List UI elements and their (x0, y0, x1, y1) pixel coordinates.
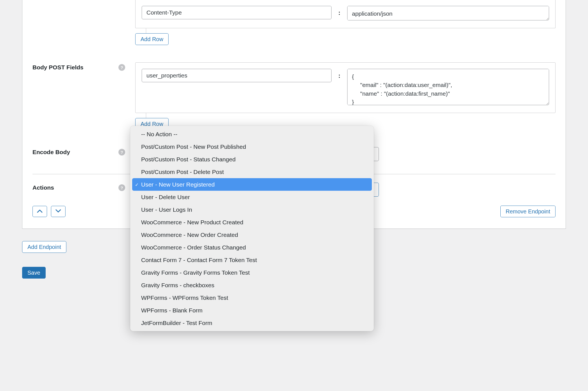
headers-row: : application/json Add Row (32, 0, 556, 50)
actions-option-label: WooCommerce - Order Status Changed (141, 244, 246, 251)
kv-separator: : (332, 69, 347, 79)
help-icon[interactable]: ? (118, 184, 125, 191)
check-icon: ✓ (135, 182, 139, 187)
body-fields-box: : { "email" : "(action:data:user_email)"… (135, 62, 556, 113)
actions-option-label: Gravity Forms - Gravity Forms Token Test (141, 269, 250, 276)
actions-option-label: WooCommerce - New Product Created (141, 219, 243, 226)
help-icon[interactable]: ? (118, 149, 125, 156)
actions-option[interactable]: WPForms - Blank Form (132, 304, 372, 317)
body-fields-label: Body POST Fields (32, 64, 83, 71)
actions-option-label: WPForms - Blank Form (141, 307, 202, 314)
chevron-up-icon (37, 209, 43, 214)
actions-option[interactable]: Gravity Forms - Gravity Forms Token Test (132, 266, 372, 279)
kv-separator: : (332, 6, 347, 17)
actions-option[interactable]: -- No Action -- (132, 128, 372, 140)
actions-option-label: WPForms - WPForms Token Test (141, 295, 228, 301)
actions-option-label: Post/Custom Post - Status Changed (141, 156, 235, 163)
actions-option[interactable]: Post/Custom Post - Delete Post (132, 166, 372, 178)
header-key-input[interactable] (142, 6, 332, 19)
move-up-button[interactable] (32, 206, 47, 217)
remove-endpoint-button[interactable]: Remove Endpoint (500, 206, 556, 217)
body-post-fields-row: Body POST Fields ? : { "email" : "(actio… (32, 58, 556, 134)
help-icon[interactable]: ? (118, 64, 125, 71)
actions-option-label: Gravity Forms - checkboxes (141, 282, 214, 289)
headers-fields-box: : application/json (135, 0, 556, 28)
actions-option[interactable]: User - User Logs In (132, 203, 372, 216)
actions-option[interactable]: Contact Form 7 - Contact Form 7 Token Te… (132, 254, 372, 266)
actions-option[interactable]: WooCommerce - New Order Created (132, 229, 372, 241)
actions-option-label: Post/Custom Post - New Post Published (141, 143, 246, 150)
add-endpoint-button[interactable]: Add Endpoint (22, 241, 66, 253)
chevron-down-icon (55, 209, 61, 214)
actions-option-label: Contact Form 7 - Contact Form 7 Token Te… (141, 257, 257, 263)
save-button[interactable]: Save (22, 267, 46, 279)
actions-option[interactable]: WooCommerce - Order Status Changed (132, 241, 372, 254)
header-value-textarea[interactable]: application/json (347, 6, 549, 20)
body-kv-row: : { "email" : "(action:data:user_email)"… (142, 69, 549, 107)
actions-option-label: User - User Logs In (141, 206, 192, 213)
actions-row: Actions ? -- No Action --Post/Custom Pos… (32, 174, 556, 197)
add-header-row-button[interactable]: Add Row (135, 33, 169, 45)
actions-option[interactable]: JetFormBuilder - Test Form (132, 317, 372, 329)
body-value-textarea[interactable]: { "email" : "(action:data:user_email)", … (347, 69, 549, 105)
actions-option-label: JetFormBuilder - Test Form (141, 320, 212, 326)
actions-option[interactable]: Gravity Forms - checkboxes (132, 279, 372, 291)
actions-option[interactable]: WooCommerce - New Product Created (132, 216, 372, 229)
actions-option-label: User - Delete User (141, 194, 190, 201)
actions-option-label: User - New User Registered (141, 181, 215, 188)
actions-option[interactable]: Post/Custom Post - New Post Published (132, 140, 372, 153)
move-down-button[interactable] (51, 206, 66, 217)
actions-option[interactable]: WPForms - WPForms Token Test (132, 291, 372, 304)
actions-option-label: WooCommerce - New Order Created (141, 232, 238, 238)
endpoint-panel: : application/json Add Row Body POST Fie… (22, 0, 566, 229)
actions-option[interactable]: User - Delete User (132, 191, 372, 203)
actions-option[interactable]: Post/Custom Post - Status Changed (132, 153, 372, 166)
body-key-input[interactable] (142, 69, 332, 82)
header-kv-row: : application/json (142, 6, 549, 22)
actions-option-label: -- No Action -- (141, 131, 178, 138)
actions-label: Actions (32, 184, 54, 191)
actions-option-label: Post/Custom Post - Delete Post (141, 169, 224, 175)
actions-option[interactable]: ✓User - New User Registered (132, 178, 372, 191)
encode-body-label: Encode Body (32, 149, 70, 156)
actions-dropdown: -- No Action --Post/Custom Post - New Po… (130, 126, 374, 331)
